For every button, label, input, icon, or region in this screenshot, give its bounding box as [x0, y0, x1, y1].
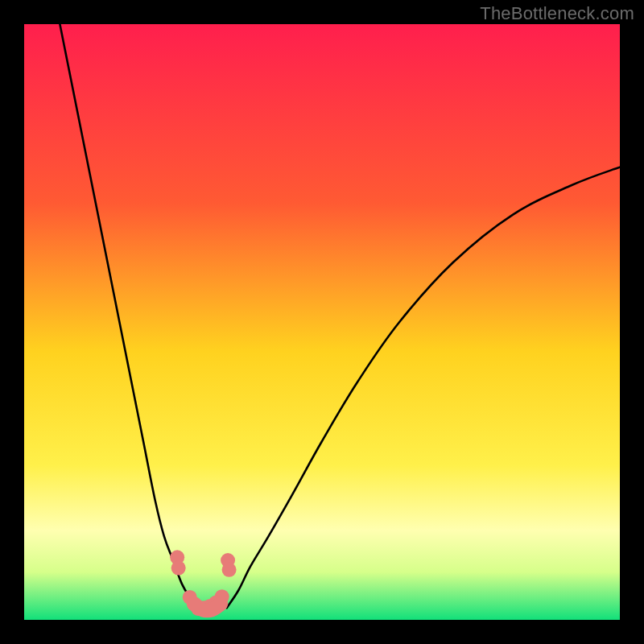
gradient-background: [24, 24, 620, 620]
watermark-text: TheBottleneck.com: [480, 3, 634, 24]
valley-fill: [194, 604, 221, 610]
marker: [222, 563, 237, 577]
chart-svg: [24, 24, 620, 620]
marker: [171, 561, 186, 576]
plot-area: [24, 24, 620, 620]
chart-frame: TheBottleneck.com: [0, 0, 644, 644]
